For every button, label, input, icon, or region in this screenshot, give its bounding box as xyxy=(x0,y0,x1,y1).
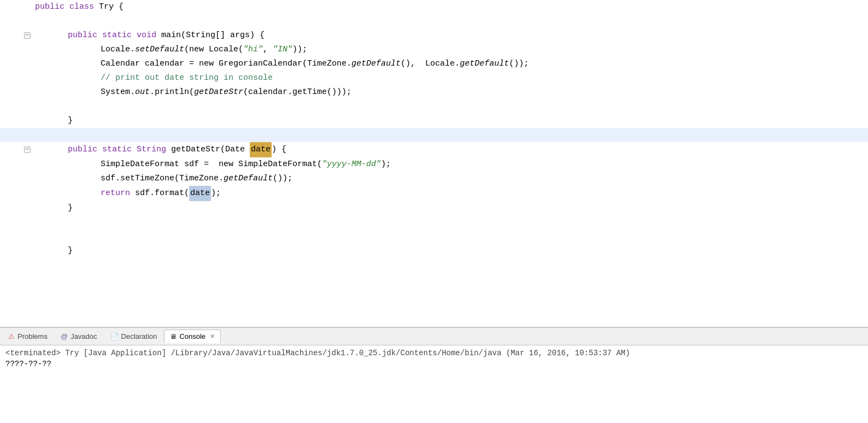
gutter-e4 xyxy=(0,230,33,244)
gutter-e2 xyxy=(0,99,33,114)
tabs-bar: ⚠ Problems @ Javadoc 📄 Declaration 🖥 Con… xyxy=(0,328,868,345)
code-line-getdatestr: − public static String getDateStr(Date d… xyxy=(0,142,868,157)
code-token: Calendar calendar = new GregorianCalenda… xyxy=(101,57,351,71)
code-text-tz: sdf.setTimeZone(TimeZone.getDefault()); xyxy=(33,172,868,186)
method-call: getDefault xyxy=(460,57,509,71)
code-token: ) { xyxy=(272,143,286,157)
code-token: ()); xyxy=(273,172,292,186)
string-literal: "IN" xyxy=(273,43,292,57)
code-text-return: return sdf.format(date); xyxy=(33,186,868,201)
problems-icon: ⚠ xyxy=(8,332,15,340)
identifier: Try { xyxy=(99,0,124,14)
collapse-button-getdatestr[interactable]: − xyxy=(24,146,31,153)
gutter-main: − xyxy=(0,28,33,43)
keyword: String xyxy=(137,143,171,157)
console-icon: 🖥 xyxy=(170,333,177,340)
method-name: getDateStr(Date xyxy=(171,143,250,157)
keyword: void xyxy=(137,28,161,43)
console-close-icon[interactable]: ✕ xyxy=(210,333,215,340)
tab-console[interactable]: 🖥 Console ✕ xyxy=(164,330,221,343)
code-token: } xyxy=(68,114,73,128)
code-line-close-class: } xyxy=(0,244,868,258)
tab-problems-label: Problems xyxy=(17,332,48,340)
code-text-highlighted xyxy=(33,128,868,142)
code-token: sdf.format( xyxy=(135,186,189,201)
code-line-return: return sdf.format(date); xyxy=(0,186,868,201)
tab-declaration[interactable]: 📄 Declaration xyxy=(104,330,163,343)
keyword: static xyxy=(102,143,137,157)
keyword: return xyxy=(101,186,135,201)
keyword: public xyxy=(35,0,69,14)
keyword: class xyxy=(69,0,99,14)
code-line-empty-2 xyxy=(0,99,868,114)
code-text-e3 xyxy=(33,215,868,230)
code-text-1: public class Try { xyxy=(33,0,868,14)
code-token: ); xyxy=(211,186,221,201)
method-call: out xyxy=(135,85,150,99)
code-content: public class Try { − public static void … xyxy=(0,0,868,258)
code-token: (), Locale. xyxy=(401,57,460,71)
gutter-comment xyxy=(0,71,33,85)
code-editor: public class Try { − public static void … xyxy=(0,0,868,327)
code-line-comment: // print out date string in console xyxy=(0,71,868,85)
bottom-panel: ⚠ Problems @ Javadoc 📄 Declaration 🖥 Con… xyxy=(0,327,868,423)
code-line-empty-4 xyxy=(0,230,868,244)
highlighted-param-date: date xyxy=(250,142,272,157)
code-text-system: System.out.println(getDateStr(calendar.g… xyxy=(33,85,868,99)
code-token: )); xyxy=(292,43,307,57)
code-line-empty-3 xyxy=(0,215,868,230)
gutter-locale xyxy=(0,43,33,57)
code-token: .println( xyxy=(150,85,194,99)
collapse-button-main[interactable]: − xyxy=(24,32,31,39)
gutter-1 xyxy=(0,0,33,14)
method-call: getDefault xyxy=(224,172,273,186)
gutter-highlighted xyxy=(0,128,33,142)
code-token: System. xyxy=(101,85,135,99)
code-text-close-gds: } xyxy=(33,201,868,215)
gutter-tz xyxy=(0,172,33,186)
code-text-sdf: SimpleDateFormat sdf = new SimpleDateFor… xyxy=(33,157,868,172)
gutter-sdf xyxy=(0,157,33,172)
tab-javadoc[interactable]: @ Javadoc xyxy=(55,330,103,343)
javadoc-icon: @ xyxy=(61,332,68,340)
tab-problems[interactable]: ⚠ Problems xyxy=(2,330,54,343)
code-token: } xyxy=(68,244,73,258)
code-line-close-main: } xyxy=(0,114,868,128)
method-call: getDateStr xyxy=(194,85,243,99)
tab-console-label: Console xyxy=(179,332,206,340)
tab-declaration-label: Declaration xyxy=(121,332,157,340)
code-text-calendar: Calendar calendar = new GregorianCalenda… xyxy=(33,57,868,71)
gutter-e1 xyxy=(0,14,33,28)
code-line-system: System.out.println(getDateStr(calendar.g… xyxy=(0,85,868,99)
code-line-empty-1 xyxy=(0,14,868,28)
gutter-e3 xyxy=(0,215,33,230)
code-token: (new Locale( xyxy=(184,43,243,57)
code-text-close-main: } xyxy=(33,114,868,128)
gutter-close-main xyxy=(0,114,33,128)
code-token: (calendar.getTime())); xyxy=(243,85,351,99)
console-output-text: ????-??-?? xyxy=(5,360,863,368)
code-text-e1 xyxy=(33,14,868,28)
code-token: } xyxy=(68,201,73,215)
keyword: public xyxy=(68,28,102,43)
console-output-area: <terminated> Try [Java Application] /Lib… xyxy=(0,345,868,423)
keyword: static xyxy=(102,28,137,43)
code-token: SimpleDateFormat sdf = new SimpleDateFor… xyxy=(101,157,322,172)
gutter-getdatestr: − xyxy=(0,142,33,157)
declaration-icon: 📄 xyxy=(110,333,119,340)
string-literal: "hi" xyxy=(243,43,263,57)
code-line-main: − public static void main(String[] args)… xyxy=(0,28,868,43)
code-line-settimezone: sdf.setTimeZone(TimeZone.getDefault()); xyxy=(0,172,868,186)
code-token: Locale. xyxy=(101,43,135,57)
method-name: main(String[] args) { xyxy=(161,28,265,43)
code-text-getdatestr: public static String getDateStr(Date dat… xyxy=(33,142,868,157)
method-call: setDefault xyxy=(135,43,184,57)
code-text-e4 xyxy=(33,230,868,244)
highlighted-param-date-blue: date xyxy=(189,186,211,201)
method-call: getDefault xyxy=(351,57,401,71)
code-line-1: public class Try { xyxy=(0,0,868,14)
terminated-line: <terminated> Try [Java Application] /Lib… xyxy=(5,349,863,357)
code-line-locale: Locale.setDefault(new Locale("hi", "IN")… xyxy=(0,43,868,57)
gutter-close-gds xyxy=(0,201,33,215)
code-text-e2 xyxy=(33,99,868,114)
